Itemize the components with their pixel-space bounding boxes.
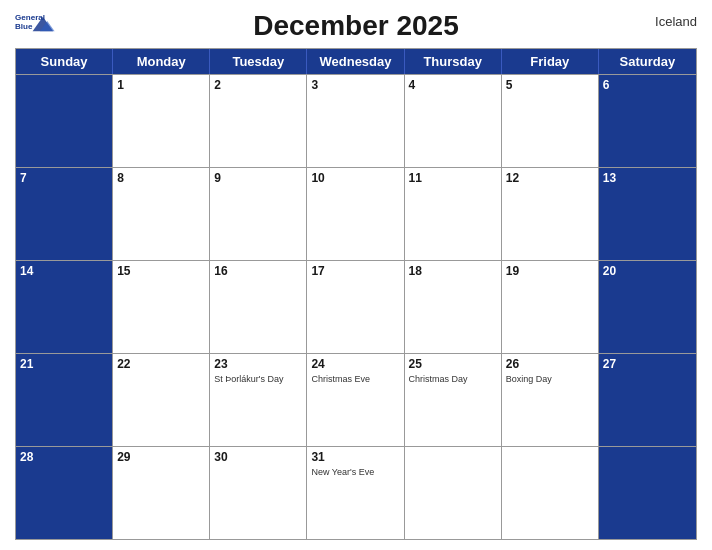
day-number: 31 xyxy=(311,450,399,466)
day-number: 11 xyxy=(409,171,497,187)
day-cell: 14 xyxy=(16,261,113,353)
day-cell: 26Boxing Day xyxy=(502,354,599,446)
week-row-0: 123456 xyxy=(16,74,696,167)
day-cell: 9 xyxy=(210,168,307,260)
week-row-2: 14151617181920 xyxy=(16,260,696,353)
day-cell: 28 xyxy=(16,447,113,539)
day-cell: 10 xyxy=(307,168,404,260)
day-headers-row: SundayMondayTuesdayWednesdayThursdayFrid… xyxy=(16,49,696,74)
day-cell: 4 xyxy=(405,75,502,167)
day-cell: 19 xyxy=(502,261,599,353)
day-cell: 22 xyxy=(113,354,210,446)
day-number: 7 xyxy=(20,171,108,187)
holiday-name: Christmas Day xyxy=(409,374,497,385)
day-number: 6 xyxy=(603,78,692,94)
day-cell: 31New Year's Eve xyxy=(307,447,404,539)
day-cell: 6 xyxy=(599,75,696,167)
day-number: 18 xyxy=(409,264,497,280)
day-number: 28 xyxy=(20,450,108,466)
day-number: 30 xyxy=(214,450,302,466)
day-cell xyxy=(502,447,599,539)
day-number: 23 xyxy=(214,357,302,373)
day-cell: 23St Þorlákur's Day xyxy=(210,354,307,446)
day-cell: 21 xyxy=(16,354,113,446)
day-number: 2 xyxy=(214,78,302,94)
day-number: 10 xyxy=(311,171,399,187)
title-area: December 2025 xyxy=(253,10,458,42)
day-cell: 24Christmas Eve xyxy=(307,354,404,446)
day-number: 19 xyxy=(506,264,594,280)
weeks-area: 1234567891011121314151617181920212223St … xyxy=(16,74,696,539)
day-number: 14 xyxy=(20,264,108,280)
day-number: 5 xyxy=(506,78,594,94)
day-cell: 1 xyxy=(113,75,210,167)
day-cell xyxy=(599,447,696,539)
day-number: 12 xyxy=(506,171,594,187)
day-number: 9 xyxy=(214,171,302,187)
calendar-header: General Blue December 2025 Iceland xyxy=(15,10,697,42)
month-title: December 2025 xyxy=(253,10,458,42)
week-row-1: 78910111213 xyxy=(16,167,696,260)
country-label: Iceland xyxy=(655,14,697,29)
holiday-name: Christmas Eve xyxy=(311,374,399,385)
logo: General Blue xyxy=(15,10,59,38)
day-cell: 29 xyxy=(113,447,210,539)
week-row-4: 28293031New Year's Eve xyxy=(16,446,696,539)
day-number: 17 xyxy=(311,264,399,280)
day-number: 25 xyxy=(409,357,497,373)
day-cell: 5 xyxy=(502,75,599,167)
day-number: 27 xyxy=(603,357,692,373)
day-header-saturday: Saturday xyxy=(599,49,696,74)
holiday-name: New Year's Eve xyxy=(311,467,399,478)
day-cell: 3 xyxy=(307,75,404,167)
day-number: 16 xyxy=(214,264,302,280)
holiday-name: St Þorlákur's Day xyxy=(214,374,302,385)
day-cell: 7 xyxy=(16,168,113,260)
day-cell xyxy=(405,447,502,539)
calendar-grid: SundayMondayTuesdayWednesdayThursdayFrid… xyxy=(15,48,697,540)
day-number: 24 xyxy=(311,357,399,373)
day-cell: 27 xyxy=(599,354,696,446)
day-number: 3 xyxy=(311,78,399,94)
day-number: 20 xyxy=(603,264,692,280)
day-cell: 15 xyxy=(113,261,210,353)
day-cell: 8 xyxy=(113,168,210,260)
day-cell: 16 xyxy=(210,261,307,353)
day-number: 15 xyxy=(117,264,205,280)
day-number: 8 xyxy=(117,171,205,187)
day-cell: 11 xyxy=(405,168,502,260)
day-header-friday: Friday xyxy=(502,49,599,74)
day-number: 13 xyxy=(603,171,692,187)
day-header-sunday: Sunday xyxy=(16,49,113,74)
day-header-tuesday: Tuesday xyxy=(210,49,307,74)
logo-svg: General Blue xyxy=(15,10,59,38)
day-number: 26 xyxy=(506,357,594,373)
holiday-name: Boxing Day xyxy=(506,374,594,385)
day-number: 22 xyxy=(117,357,205,373)
day-cell: 2 xyxy=(210,75,307,167)
day-header-wednesday: Wednesday xyxy=(307,49,404,74)
svg-text:Blue: Blue xyxy=(15,22,33,31)
calendar-container: General Blue December 2025 Iceland Sunda… xyxy=(0,0,712,550)
day-cell: 12 xyxy=(502,168,599,260)
day-cell: 18 xyxy=(405,261,502,353)
day-number: 1 xyxy=(117,78,205,94)
day-cell: 20 xyxy=(599,261,696,353)
day-header-monday: Monday xyxy=(113,49,210,74)
day-number: 29 xyxy=(117,450,205,466)
day-header-thursday: Thursday xyxy=(405,49,502,74)
day-number: 21 xyxy=(20,357,108,373)
day-cell: 17 xyxy=(307,261,404,353)
week-row-3: 212223St Þorlákur's Day24Christmas Eve25… xyxy=(16,353,696,446)
day-cell xyxy=(16,75,113,167)
day-cell: 30 xyxy=(210,447,307,539)
day-cell: 13 xyxy=(599,168,696,260)
day-cell: 25Christmas Day xyxy=(405,354,502,446)
day-number: 4 xyxy=(409,78,497,94)
